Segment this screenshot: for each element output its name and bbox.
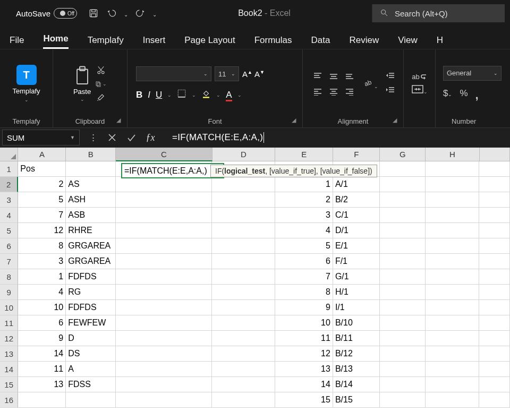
cell[interactable] — [426, 331, 479, 346]
cell[interactable]: FDFDS — [66, 269, 116, 285]
cell[interactable]: AS — [66, 177, 116, 192]
align-middle-icon[interactable] — [327, 70, 340, 82]
alignment-launcher-icon[interactable]: ◢ — [393, 117, 400, 124]
col-header-a[interactable]: A — [18, 148, 66, 161]
cell[interactable]: DS — [66, 346, 116, 362]
cell[interactable] — [380, 238, 426, 254]
tab-formulas[interactable]: Formulas — [254, 35, 292, 49]
row-header[interactable]: 11 — [0, 315, 18, 331]
cell[interactable] — [479, 285, 510, 300]
cell[interactable] — [116, 315, 212, 331]
cell[interactable] — [426, 238, 479, 254]
cell[interactable] — [116, 177, 212, 192]
align-right-icon[interactable] — [343, 85, 356, 98]
cell[interactable] — [66, 161, 116, 177]
decrease-font-icon[interactable]: A▼ — [254, 70, 265, 79]
copy-icon[interactable]: ⌄ — [95, 79, 107, 89]
cell[interactable]: FDSS — [66, 377, 116, 392]
cell[interactable]: 10 — [18, 300, 66, 315]
cell[interactable] — [479, 161, 510, 177]
cell[interactable]: B/10 — [333, 315, 380, 331]
cell[interactable] — [212, 192, 275, 208]
cell[interactable] — [212, 315, 275, 331]
font-size-dropdown[interactable]: 11⌄ — [215, 66, 239, 81]
tab-review[interactable]: Review — [349, 35, 379, 49]
cell[interactable] — [426, 285, 479, 300]
cell[interactable]: 2 — [275, 192, 333, 208]
cell[interactable]: 6 — [275, 254, 333, 269]
cell[interactable] — [479, 346, 510, 362]
cell[interactable]: 4 — [275, 223, 333, 238]
align-top-icon[interactable] — [311, 70, 324, 82]
border-icon[interactable] — [177, 89, 186, 101]
tab-data[interactable]: Data — [311, 35, 330, 49]
cell[interactable]: RHRE — [66, 223, 116, 238]
row-header[interactable]: 13 — [0, 346, 18, 362]
cell[interactable] — [212, 177, 275, 192]
cell[interactable] — [380, 269, 426, 285]
col-header-c[interactable]: C — [116, 148, 212, 161]
cell[interactable] — [479, 331, 510, 346]
cell[interactable] — [426, 161, 479, 177]
cell[interactable]: D/1 — [333, 223, 380, 238]
cell[interactable] — [380, 177, 426, 192]
cell[interactable] — [479, 269, 510, 285]
font-color-icon[interactable]: A — [226, 90, 232, 100]
col-header-d[interactable]: D — [212, 148, 276, 161]
undo-dropdown[interactable]: ⌄ — [124, 12, 128, 18]
cell[interactable]: B/14 — [333, 377, 380, 392]
cell[interactable]: 11 — [275, 331, 333, 346]
cell[interactable] — [380, 362, 426, 377]
cell[interactable] — [380, 254, 426, 269]
cell[interactable] — [116, 192, 212, 208]
chevron-down-icon[interactable]: ▼ — [70, 135, 75, 140]
fx-icon[interactable]: ƒx — [146, 133, 155, 142]
col-header-h[interactable]: H — [426, 148, 479, 161]
cell[interactable] — [212, 377, 275, 392]
cell[interactable] — [116, 285, 212, 300]
cell[interactable] — [479, 300, 510, 315]
cell[interactable] — [18, 392, 66, 408]
cell[interactable] — [212, 269, 275, 285]
cell[interactable] — [116, 346, 212, 362]
cell[interactable] — [479, 392, 510, 408]
cell[interactable] — [212, 223, 275, 238]
row-header[interactable]: 6 — [0, 238, 18, 254]
cell[interactable] — [426, 208, 479, 223]
cell[interactable] — [380, 192, 426, 208]
tab-templafy[interactable]: Templafy — [88, 35, 124, 49]
comma-format-icon[interactable]: , — [475, 88, 479, 102]
cell[interactable]: RG — [66, 285, 116, 300]
paste-button[interactable]: Paste ⌄ — [73, 65, 91, 102]
cell[interactable]: G/1 — [333, 269, 380, 285]
accounting-format-icon[interactable]: $⌄ — [443, 88, 452, 102]
cell[interactable] — [380, 392, 426, 408]
active-edit-cell[interactable]: =IF(MATCH(E:E,A:A,) — [121, 163, 224, 178]
cell[interactable]: 4 — [18, 285, 66, 300]
formula-input[interactable]: =IF(MATCH(E:E,A:A,) — [164, 132, 510, 143]
cell[interactable] — [380, 315, 426, 331]
row-header[interactable]: 12 — [0, 331, 18, 346]
autosave-switch[interactable]: Off — [54, 8, 77, 19]
cell[interactable]: 3 — [18, 254, 66, 269]
search-box[interactable]: Search (Alt+Q) — [372, 4, 505, 22]
cell[interactable] — [116, 269, 212, 285]
cell[interactable] — [426, 346, 479, 362]
cell[interactable]: B/11 — [333, 331, 380, 346]
cell[interactable] — [212, 331, 275, 346]
row-header[interactable]: 4 — [0, 208, 18, 223]
cell[interactable]: 3 — [275, 208, 333, 223]
cell[interactable]: 7 — [18, 208, 66, 223]
cell[interactable]: 8 — [275, 285, 333, 300]
cell[interactable] — [380, 331, 426, 346]
cell[interactable]: 10 — [275, 315, 333, 331]
cell[interactable]: FEWFEW — [66, 315, 116, 331]
font-launcher-icon[interactable]: ◢ — [292, 117, 299, 124]
redo-dropdown[interactable]: ⌄ — [152, 12, 157, 18]
cell[interactable]: A — [66, 362, 116, 377]
cell[interactable]: B/15 — [333, 392, 380, 408]
cell[interactable]: 12 — [275, 346, 333, 362]
cell[interactable] — [380, 285, 426, 300]
cell[interactable]: F/1 — [333, 254, 380, 269]
cell[interactable] — [116, 300, 212, 315]
